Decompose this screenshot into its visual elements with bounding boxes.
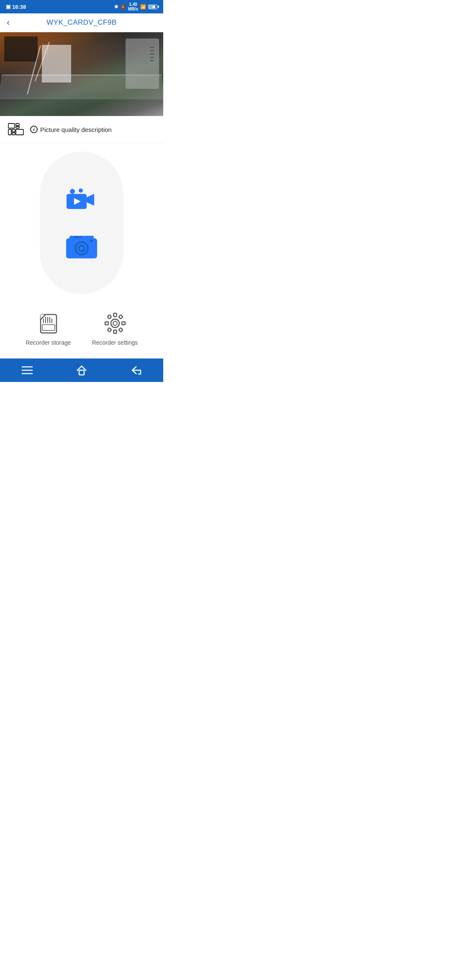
svg-rect-28 (113, 313, 116, 317)
svg-rect-0 (8, 124, 15, 128)
status-right: ✱ 🔕 1.40MB/s 📶 86 (114, 2, 157, 11)
svg-point-36 (113, 321, 117, 325)
storage-label: Recorder storage (26, 339, 71, 346)
sim-icon: ▣ (6, 4, 10, 10)
svg-rect-33 (107, 315, 111, 319)
nav-bar (0, 358, 163, 382)
bottom-actions: Recorder storage (7, 307, 157, 350)
quality-grid-icon (7, 122, 25, 137)
svg-rect-5 (12, 133, 15, 135)
header-title: WYK_CARDV_CF9B (46, 18, 117, 27)
back-nav-button[interactable] (123, 364, 149, 377)
status-bar: ▣ 16:38 ✱ 🔕 1.40MB/s 📶 86 (0, 0, 163, 13)
svg-rect-31 (122, 322, 125, 325)
svg-rect-3 (8, 129, 11, 135)
svg-rect-40 (79, 370, 84, 375)
svg-point-9 (70, 189, 75, 194)
recorder-settings-button[interactable]: Recorder settings (90, 311, 140, 346)
bluetooth-icon: ✱ (114, 4, 118, 10)
back-button[interactable]: ‹ (7, 18, 10, 27)
settings-label: Recorder settings (92, 339, 138, 346)
svg-point-17 (90, 240, 92, 242)
svg-rect-35 (107, 328, 111, 332)
info-icon: i (30, 126, 38, 133)
svg-rect-32 (118, 315, 123, 319)
storage-icon (36, 311, 61, 336)
home-button[interactable] (69, 364, 94, 377)
svg-rect-1 (16, 124, 19, 126)
status-time: 16:38 (12, 4, 26, 10)
recorder-storage-button[interactable]: Recorder storage (23, 311, 74, 346)
svg-rect-30 (105, 322, 108, 325)
camera-preview (0, 32, 163, 116)
svg-rect-18 (74, 237, 82, 238)
settings-icon (103, 311, 128, 336)
wifi-icon: 📶 (140, 4, 146, 10)
svg-rect-34 (118, 328, 123, 332)
svg-rect-4 (12, 129, 15, 132)
svg-point-10 (79, 188, 83, 193)
quality-label-group: i Picture quality description (30, 126, 112, 133)
menu-button[interactable] (15, 364, 40, 377)
main-content: Recorder storage (0, 143, 163, 358)
svg-rect-2 (16, 126, 19, 128)
oval-icon-container (40, 152, 123, 294)
svg-rect-26 (42, 325, 55, 330)
video-camera-icon[interactable] (65, 185, 98, 214)
battery-level: 86 (149, 5, 153, 8)
quality-description-label: Picture quality description (40, 126, 112, 133)
device-lines (150, 47, 154, 61)
status-left: ▣ 16:38 (6, 4, 26, 10)
svg-rect-6 (16, 129, 23, 135)
header: ‹ WYK_CARDV_CF9B (0, 13, 163, 32)
quality-row[interactable]: i Picture quality description (0, 116, 163, 143)
camera-device-right (126, 39, 159, 89)
battery-icon: 86 (148, 5, 157, 9)
svg-point-27 (111, 319, 119, 328)
mute-icon: 🔕 (120, 4, 126, 10)
network-speed: 1.40MB/s (128, 2, 138, 11)
photo-camera-icon[interactable] (65, 231, 98, 260)
svg-rect-29 (113, 330, 116, 333)
svg-point-16 (80, 246, 84, 250)
camera-object-1 (4, 36, 38, 62)
